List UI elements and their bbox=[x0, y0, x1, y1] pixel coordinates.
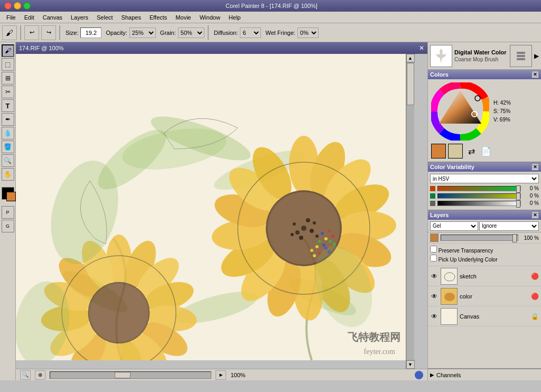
menu-select[interactable]: Select bbox=[92, 13, 117, 22]
bucket-tool[interactable]: 🪣 bbox=[2, 141, 14, 153]
val-value: V: 69% bbox=[493, 116, 511, 124]
menu-window[interactable]: Window bbox=[195, 13, 225, 22]
blend-mode-select[interactable]: Ignore bbox=[479, 221, 539, 231]
scroll-v-thumb[interactable] bbox=[407, 63, 414, 105]
layer-visibility-canvas[interactable]: 👁 bbox=[430, 312, 439, 321]
layer-thumbnail-color bbox=[441, 288, 458, 305]
menu-help[interactable]: Help bbox=[225, 13, 245, 22]
svg-point-29 bbox=[299, 236, 303, 240]
pen-tool[interactable]: ✒ bbox=[2, 113, 14, 126]
zoom-tool[interactable]: 🔍 bbox=[2, 154, 14, 167]
color-wheel-svg[interactable] bbox=[431, 82, 489, 141]
var-thumb-2[interactable] bbox=[516, 193, 520, 200]
background-color-swatch[interactable] bbox=[448, 144, 463, 158]
svg-point-33 bbox=[291, 233, 294, 236]
brush-icon bbox=[516, 51, 526, 61]
layer-opacity-slider[interactable] bbox=[441, 235, 518, 241]
svg-point-37 bbox=[328, 229, 331, 232]
hand-tool[interactable]: ✋ bbox=[2, 168, 14, 181]
foreground-color-swatch[interactable] bbox=[431, 144, 446, 158]
menu-canvas[interactable]: Canvas bbox=[39, 13, 67, 22]
canvas-container: 174.RIF @ 100% ✕ bbox=[16, 42, 427, 380]
preserve-transparency-label[interactable]: Preserve Transparency bbox=[430, 246, 539, 254]
brush-tool[interactable]: 🖌 bbox=[2, 44, 14, 57]
svg-point-35 bbox=[324, 237, 328, 240]
wet-fringe-select[interactable]: 0% bbox=[297, 27, 319, 38]
color-hsv-display: H: 42% S: 75% V: 69% bbox=[493, 99, 511, 124]
svg-point-26 bbox=[310, 229, 314, 233]
layer-item-canvas[interactable]: 👁 Canvas 🔒 bbox=[428, 306, 541, 326]
var-thumb-3[interactable] bbox=[516, 200, 520, 208]
paper-btn[interactable]: P bbox=[2, 206, 14, 219]
menu-effects[interactable]: Effects bbox=[145, 13, 171, 22]
layer-item-sketch[interactable]: 👁 sketch 🔴 bbox=[428, 266, 541, 286]
canvas[interactable]: 飞特教程网 feyter.com bbox=[16, 54, 406, 360]
layer-visibility-sketch[interactable]: 👁 bbox=[430, 272, 439, 281]
scroll-down-button[interactable]: ▼ bbox=[406, 360, 415, 369]
menu-edit[interactable]: Edit bbox=[20, 13, 39, 22]
grain-select[interactable]: 50% bbox=[178, 27, 204, 38]
canvas-close-button[interactable]: ✕ bbox=[419, 44, 424, 52]
lasso-tool[interactable]: ⬚ bbox=[2, 58, 14, 71]
menu-movie[interactable]: Movie bbox=[171, 13, 195, 22]
layer-visibility-color[interactable]: 👁 bbox=[430, 292, 439, 301]
brush-expand-button[interactable]: ▶ bbox=[534, 52, 539, 60]
zoom-out-button[interactable]: 🔍 bbox=[20, 370, 31, 380]
eyedropper-tool[interactable]: 💧 bbox=[2, 127, 14, 139]
brush-category-button[interactable] bbox=[510, 45, 532, 67]
zoom-in-button[interactable]: ⊕ bbox=[35, 370, 45, 380]
scroll-h-thumb[interactable] bbox=[115, 372, 130, 378]
layers-panel-header[interactable]: Layers ✕ bbox=[428, 210, 541, 220]
var-slider-3[interactable] bbox=[437, 201, 521, 206]
redo-button[interactable]: ↪ bbox=[41, 25, 56, 40]
var-mode-select[interactable]: in HSV bbox=[430, 174, 539, 183]
pick-up-label[interactable]: Pick Up Underlying Color bbox=[430, 255, 539, 263]
colors-panel-header[interactable]: Colors ✕ bbox=[428, 70, 541, 79]
scroll-up-button[interactable]: ▲ bbox=[406, 54, 415, 62]
layers-panel-controls: ✕ bbox=[531, 211, 539, 219]
scroll-v-track[interactable] bbox=[407, 63, 414, 360]
minimize-button[interactable] bbox=[14, 2, 21, 10]
variability-close-button[interactable]: ✕ bbox=[531, 163, 539, 171]
channels-expand-button[interactable]: ▶ bbox=[430, 372, 434, 378]
layers-list: 👁 sketch 🔴 👁 bbox=[428, 266, 541, 368]
color-fore[interactable] bbox=[2, 187, 14, 200]
preserve-transparency-checkbox[interactable] bbox=[430, 246, 437, 253]
diffusion-select[interactable]: 6 bbox=[240, 27, 261, 38]
menubar: File Edit Canvas Layers Select Shapes Ef… bbox=[0, 12, 541, 23]
color-back[interactable] bbox=[6, 192, 16, 201]
undo-button[interactable]: ↩ bbox=[24, 25, 39, 40]
layer-opacity-thumb[interactable] bbox=[512, 234, 517, 242]
brush-tool-button[interactable]: 🖌 bbox=[2, 25, 17, 40]
var-thumb-1[interactable] bbox=[516, 185, 520, 193]
composite-method-select[interactable]: Gel bbox=[430, 221, 478, 231]
menu-file[interactable]: File bbox=[2, 13, 20, 22]
opacity-select[interactable]: 25% bbox=[129, 27, 156, 38]
swap-colors-icon[interactable]: ⇄ bbox=[465, 145, 478, 157]
var-slider-1[interactable] bbox=[437, 186, 521, 191]
var-slider-2[interactable] bbox=[437, 193, 521, 199]
layer-name-sketch: sketch bbox=[460, 273, 528, 279]
transform-tool[interactable]: ⊞ bbox=[2, 72, 14, 85]
crop-tool[interactable]: ✂ bbox=[2, 86, 14, 98]
colors-close-button[interactable]: ✕ bbox=[531, 71, 539, 78]
scroll-h-track[interactable] bbox=[50, 371, 211, 379]
titlebar: Corel Painter 8 - [174.RIF @ 100%] bbox=[0, 0, 541, 12]
text-tool[interactable]: T bbox=[2, 99, 14, 112]
menu-layers[interactable]: Layers bbox=[67, 13, 92, 22]
close-button[interactable] bbox=[4, 2, 12, 10]
scroll-right-button[interactable]: ► bbox=[216, 370, 226, 380]
layer-item-color[interactable]: 👁 color 🔴 bbox=[428, 286, 541, 306]
pick-up-checkbox[interactable] bbox=[430, 255, 437, 262]
layers-close-button[interactable]: ✕ bbox=[531, 211, 539, 219]
svg-point-80 bbox=[475, 96, 480, 101]
paper-color-icon[interactable]: 📄 bbox=[480, 145, 492, 157]
size-input[interactable] bbox=[80, 27, 101, 38]
maximize-button[interactable] bbox=[23, 2, 31, 10]
color-wheel[interactable] bbox=[431, 82, 489, 141]
variability-panel-header[interactable]: Color Variability ✕ bbox=[428, 162, 541, 172]
brush-type-name: Coarse Mop Brush bbox=[454, 57, 508, 62]
brush-preview[interactable] bbox=[430, 45, 452, 67]
grad-btn[interactable]: G bbox=[2, 220, 14, 232]
menu-shapes[interactable]: Shapes bbox=[117, 13, 145, 22]
